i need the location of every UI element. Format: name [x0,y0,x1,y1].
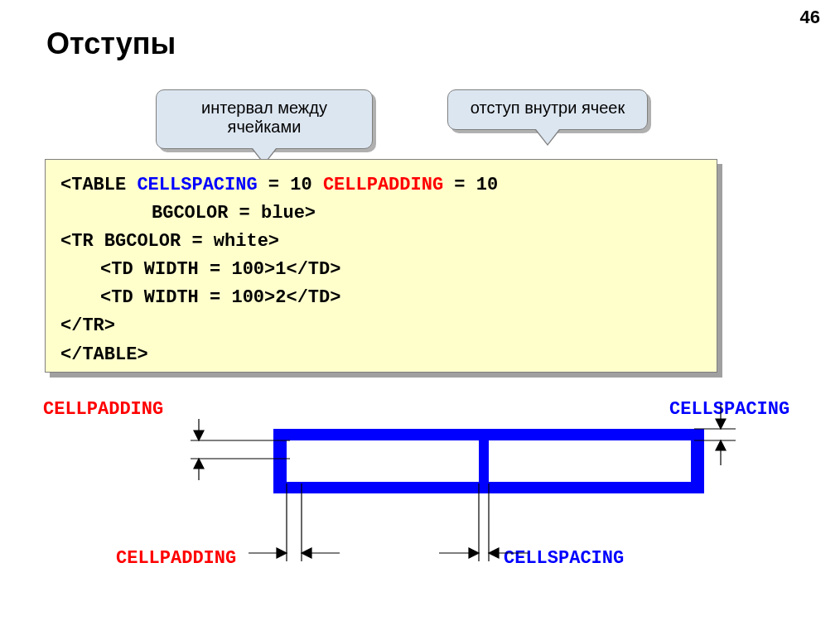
code-line-5: <TD WIDTH = 100>2</TD> [60,284,702,312]
svg-marker-15 [277,548,287,558]
callout-cellspacing: интервал между ячейками [156,89,373,149]
page-number: 46 [800,7,820,28]
dimension-cellspacing-bottom [439,483,529,561]
svg-marker-11 [716,440,726,450]
svg-marker-9 [716,419,726,429]
code-text: = 10 [443,175,498,195]
page-title: Отступы [46,26,176,61]
svg-marker-3 [194,431,204,440]
code-line-3: <TR BGCOLOR = white> [60,228,702,256]
code-text: <TABLE [60,175,137,195]
code-line-6: </TR> [60,312,702,340]
code-line-7: </TABLE> [60,341,702,369]
code-example: <TABLE CELLSPACING = 10 CELLPADDING = 10… [45,159,717,373]
table-cell-1 [287,440,479,482]
svg-marker-21 [469,548,479,558]
code-line-2: BGCOLOR = blue> [60,200,702,228]
code-text: <TD WIDTH = 100>1</TD> [60,256,340,284]
code-keyword-cellpadding: CELLPADDING [323,175,443,195]
table-diagram [41,379,804,594]
code-line-4: <TD WIDTH = 100>1</TD> [60,256,702,284]
callout-text: отступ внутри ячеек [471,99,625,117]
code-keyword-cellspacing: CELLSPACING [137,175,257,195]
svg-marker-5 [194,459,204,469]
code-text: = 10 [258,175,323,195]
table-cell-2 [489,440,691,482]
callout-text: интервал между ячейками [201,99,327,136]
dimension-cellpadding-bottom [249,483,340,561]
code-text: <TD WIDTH = 100>2</TD> [60,284,340,312]
svg-marker-17 [302,548,311,558]
code-text: BGCOLOR = blue> [60,200,316,228]
callout-cellpadding: отступ внутри ячеек [447,89,648,130]
code-line-1: <TABLE CELLSPACING = 10 CELLPADDING = 10 [60,171,702,200]
svg-marker-23 [489,548,499,558]
